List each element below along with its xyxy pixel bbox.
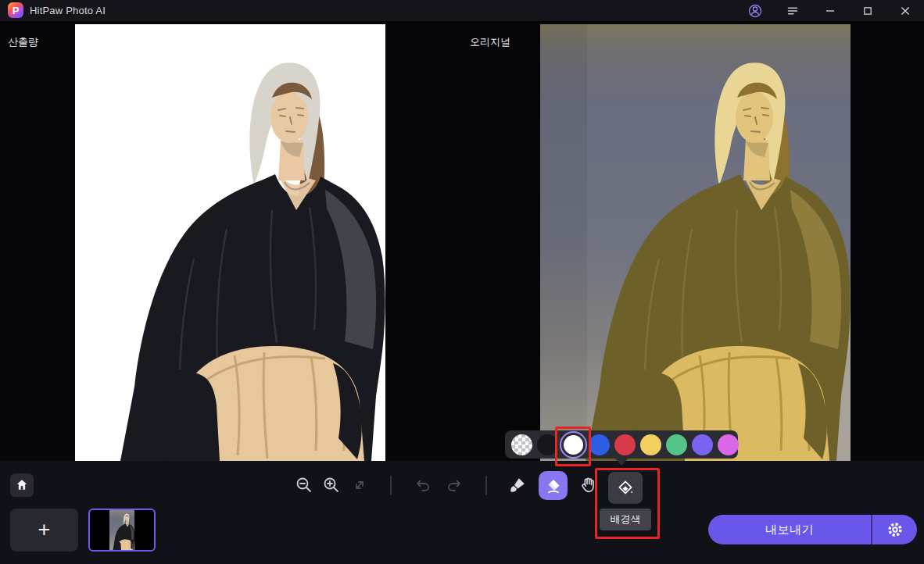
swatch-magenta[interactable] <box>718 434 739 455</box>
account-icon[interactable] <box>736 0 774 21</box>
gear-icon <box>886 520 904 539</box>
export-bar: 내보내기 <box>708 515 917 544</box>
home-button[interactable] <box>10 473 34 497</box>
swatch-transparent[interactable] <box>511 434 532 455</box>
plus-icon: + <box>38 518 51 542</box>
original-label: 오리지널 <box>470 35 510 49</box>
editor-canvas: 산출량 오리지널 <box>0 21 924 461</box>
undo-button[interactable] <box>411 473 435 497</box>
swatch-yellow[interactable] <box>640 434 661 455</box>
background-fill-tooltip: 배경색 <box>600 509 651 530</box>
swatch-green[interactable] <box>666 434 687 455</box>
hand-tool-button[interactable] <box>576 473 600 497</box>
swatch-blue[interactable] <box>589 434 610 455</box>
image-thumbnail[interactable] <box>88 509 156 552</box>
app-window: P HitPaw Photo AI <box>0 0 924 564</box>
title-bar: P HitPaw Photo AI <box>0 0 924 21</box>
toolbar-separator <box>485 476 487 495</box>
minimize-button[interactable] <box>811 0 849 21</box>
original-image-canvas[interactable] <box>540 24 851 461</box>
toolbar-separator <box>390 476 392 495</box>
background-fill-tool-button[interactable] <box>608 472 643 504</box>
zoom-out-button[interactable] <box>292 473 316 497</box>
fit-screen-icon[interactable] <box>348 473 371 497</box>
swatch-purple[interactable] <box>692 434 713 455</box>
app-title: HitPaw Photo AI <box>30 5 106 16</box>
export-button[interactable]: 내보내기 <box>708 515 871 544</box>
close-button[interactable] <box>886 0 924 21</box>
swatch-white-selected[interactable] <box>564 435 583 455</box>
add-image-button[interactable]: + <box>10 509 78 552</box>
swatch-red[interactable] <box>614 434 636 455</box>
window-controls <box>736 0 924 21</box>
swatch-black[interactable] <box>537 434 558 455</box>
output-label: 산출량 <box>8 35 38 49</box>
output-preview-image <box>75 24 385 461</box>
maximize-button[interactable] <box>849 0 886 21</box>
eraser-tool-button-active[interactable] <box>539 471 568 500</box>
menu-icon[interactable] <box>774 0 811 21</box>
export-settings-button[interactable] <box>872 515 917 544</box>
redo-button[interactable] <box>442 473 466 497</box>
brush-tool-button[interactable] <box>506 473 529 497</box>
palette-pointer <box>614 458 629 466</box>
zoom-in-button[interactable] <box>320 473 343 497</box>
background-color-palette <box>505 430 738 459</box>
app-logo-icon: P <box>8 2 23 18</box>
